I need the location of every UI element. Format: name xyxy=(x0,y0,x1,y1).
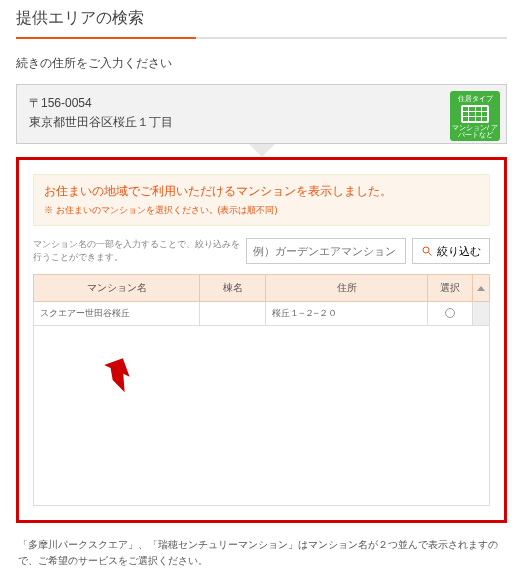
col-header-wing: 棟名 xyxy=(200,275,266,302)
address-box: 〒156-0054 東京都世田谷区桜丘１丁目 住居タイプ マンション/ アパート… xyxy=(16,84,507,144)
scroll-up-icon[interactable] xyxy=(473,275,490,302)
apartment-icon xyxy=(461,105,489,123)
annotation-arrow-icon xyxy=(100,358,136,398)
col-header-addr: 住所 xyxy=(266,275,428,302)
result-note: ※ お住まいのマンションを選択ください。(表示は順不同) xyxy=(44,204,479,217)
filter-row: マンション名の一部を入力することで、絞り込みを行うことができます。 絞り込む xyxy=(33,238,490,264)
cell-wing xyxy=(200,302,266,326)
pointer-arrow-icon xyxy=(248,143,276,157)
table-row[interactable]: スクエアー世田谷桜丘 桜丘１−２−２０ xyxy=(34,302,490,326)
address-line: 東京都世田谷区桜丘１丁目 xyxy=(29,114,494,131)
page-title: 提供エリアの検索 xyxy=(16,8,507,39)
mansion-table: マンション名 棟名 住所 選択 スクエアー世田谷桜丘 桜丘１−２−２０ xyxy=(33,274,490,326)
search-icon xyxy=(421,245,433,257)
col-header-select: 選択 xyxy=(428,275,473,302)
postal-code: 〒156-0054 xyxy=(29,95,494,112)
badge-bottom-label: マンション/ アパートなど xyxy=(452,124,498,138)
footer-note: 「多摩川パークスクエア」、「瑞穂センチュリーマンション」はマンション名が２つ並ん… xyxy=(18,537,505,569)
svg-marker-2 xyxy=(100,358,136,392)
filter-button[interactable]: 絞り込む xyxy=(412,238,490,264)
select-radio[interactable] xyxy=(445,308,455,318)
badge-top-label: 住居タイプ xyxy=(458,94,493,104)
col-header-name: マンション名 xyxy=(34,275,200,302)
result-message-box: お住まいの地域でご利用いただけるマンションを表示しました。 ※ お住まいのマンシ… xyxy=(33,174,490,226)
subtitle: 続きの住所をご入力ください xyxy=(16,55,507,72)
svg-line-1 xyxy=(429,253,432,256)
filter-hint: マンション名の一部を入力することで、絞り込みを行うことができます。 xyxy=(33,238,240,263)
cell-addr: 桜丘１−２−２０ xyxy=(266,302,428,326)
filter-button-label: 絞り込む xyxy=(437,244,481,259)
result-message: お住まいの地域でご利用いただけるマンションを表示しました。 xyxy=(44,183,479,200)
mansion-filter-input[interactable] xyxy=(246,238,406,264)
highlighted-frame: お住まいの地域でご利用いただけるマンションを表示しました。 ※ お住まいのマンシ… xyxy=(16,157,507,523)
residence-type-badge: 住居タイプ マンション/ アパートなど xyxy=(450,91,500,141)
scrollbar-track[interactable] xyxy=(473,302,490,326)
svg-point-0 xyxy=(423,247,429,253)
cell-name: スクエアー世田谷桜丘 xyxy=(34,302,200,326)
cell-select[interactable] xyxy=(428,302,473,326)
table-empty-area xyxy=(33,326,490,506)
